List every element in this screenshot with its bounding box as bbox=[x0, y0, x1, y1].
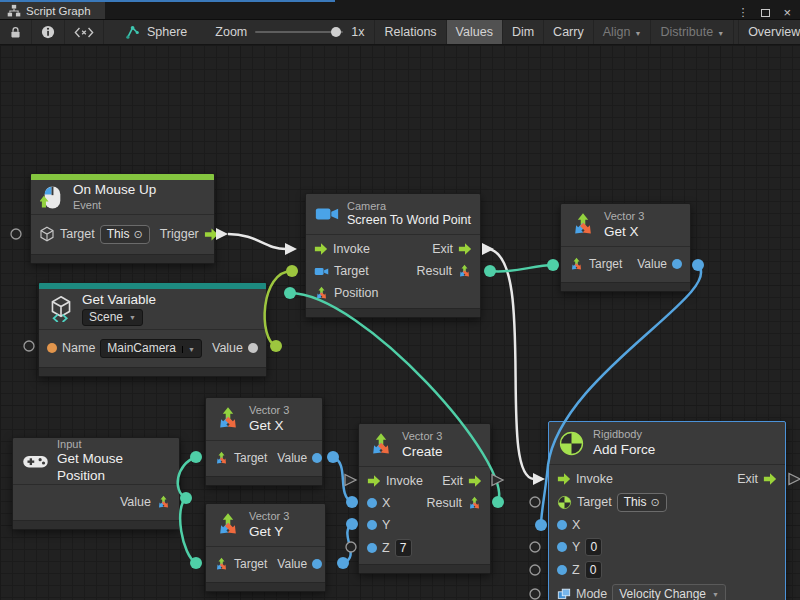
window-menu-icon[interactable]: ⋮ bbox=[737, 6, 748, 19]
flow-arrow-icon[interactable] bbox=[763, 472, 777, 486]
create-y-endpoint[interactable] bbox=[346, 518, 358, 530]
gety-target-endpoint[interactable] bbox=[190, 557, 202, 569]
name-port[interactable] bbox=[47, 343, 57, 353]
node-vector3-get-x-mid[interactable]: Vector 3 Get X Target Value bbox=[205, 397, 323, 486]
z-port[interactable] bbox=[557, 565, 567, 575]
zoom-slider[interactable] bbox=[255, 31, 343, 33]
camera-target-endpoint[interactable] bbox=[286, 265, 298, 277]
wire-trigger-to-invoke[interactable] bbox=[228, 234, 286, 249]
y-port[interactable] bbox=[557, 542, 567, 552]
node-category: Vector 3 bbox=[402, 430, 443, 443]
node-get-mouse-position[interactable]: Input Get Mouse Position Value bbox=[12, 437, 180, 530]
y-port[interactable] bbox=[367, 520, 377, 530]
graph-canvas[interactable]: On Mouse Up Event Target This ⊙ Trigger bbox=[0, 45, 800, 600]
flow-arrow-icon[interactable] bbox=[468, 474, 482, 488]
overview-button[interactable]: Overview bbox=[738, 20, 800, 44]
y-value-field[interactable]: 0 bbox=[585, 538, 602, 556]
value-port[interactable] bbox=[312, 559, 322, 569]
dim-toggle[interactable]: Dim bbox=[503, 20, 544, 44]
lock-button[interactable] bbox=[0, 20, 32, 44]
gety-value-endpoint[interactable] bbox=[337, 557, 349, 569]
addforce-x-endpoint[interactable] bbox=[535, 519, 547, 531]
camera-port-icon[interactable] bbox=[314, 265, 329, 278]
wire-camera-result-to-getx-target[interactable] bbox=[490, 265, 553, 272]
getvariable-name-port-unconnected[interactable] bbox=[24, 341, 34, 351]
mode-dropdown[interactable]: Velocity Change ▼ bbox=[612, 584, 726, 600]
node-screen-to-world-point[interactable]: Camera Screen To World Point Invoke Exit… bbox=[305, 193, 481, 318]
variable-scope-dropdown[interactable]: Scene ▼ bbox=[82, 309, 143, 326]
flow-arrow-icon[interactable] bbox=[367, 474, 381, 488]
flow-arrow-icon[interactable] bbox=[314, 242, 328, 256]
addforce-exit-port-unconnected[interactable] bbox=[789, 474, 800, 485]
enum-icon[interactable] bbox=[557, 587, 571, 600]
z-value-field[interactable]: 7 bbox=[395, 539, 412, 557]
vector3-port-icon[interactable] bbox=[467, 496, 482, 511]
onmouseup-target-port-unconnected[interactable] bbox=[11, 229, 21, 239]
target-self-chip[interactable]: This ⊙ bbox=[617, 493, 667, 512]
vector3-port-icon[interactable] bbox=[214, 557, 229, 572]
mousepos-value-endpoint[interactable] bbox=[180, 492, 192, 504]
relations-toggle[interactable]: Relations bbox=[374, 20, 446, 44]
node-vector3-create[interactable]: Vector 3 Create Invoke Exit X Result bbox=[358, 423, 491, 574]
close-icon[interactable]: × bbox=[783, 6, 791, 19]
node-add-force[interactable]: Rigidbody Add Force Invoke Exit Target T… bbox=[548, 421, 786, 600]
addforce-target-port-unconnected[interactable] bbox=[530, 497, 540, 507]
wire-mousepos-to-gety-target[interactable] bbox=[180, 498, 196, 563]
addforce-y-port-unconnected[interactable] bbox=[530, 542, 540, 552]
node-vector3-get-y[interactable]: Vector 3 Get Y Target Value bbox=[205, 503, 326, 592]
create-invoke-port-unconnected[interactable] bbox=[345, 475, 356, 486]
getx-top-value-endpoint[interactable] bbox=[692, 259, 704, 271]
value-port[interactable] bbox=[312, 453, 322, 463]
target-self-chip[interactable]: This ⊙ bbox=[100, 225, 150, 244]
wire-exit-to-addforce-invoke[interactable] bbox=[488, 249, 534, 479]
vector3-port-icon[interactable] bbox=[314, 286, 329, 301]
camera-position-endpoint[interactable] bbox=[284, 287, 296, 299]
flow-arrow-icon[interactable] bbox=[204, 227, 219, 242]
z-value-field[interactable]: 0 bbox=[585, 561, 602, 579]
wire-mousepos-to-getx-target[interactable] bbox=[178, 457, 196, 498]
value-port[interactable] bbox=[672, 259, 682, 269]
getx-mid-target-endpoint[interactable] bbox=[190, 451, 202, 463]
node-vector3-get-x-top[interactable]: Vector 3 Get X Target Value bbox=[560, 203, 691, 292]
getvariable-value-endpoint[interactable] bbox=[270, 340, 282, 352]
rigidbody-port-icon[interactable] bbox=[557, 495, 572, 510]
value-port[interactable] bbox=[248, 343, 258, 353]
z-port[interactable] bbox=[367, 543, 377, 553]
vector3-port-icon[interactable] bbox=[214, 451, 229, 466]
create-z-port-unconnected[interactable] bbox=[346, 542, 356, 552]
camera-exit-port[interactable] bbox=[482, 243, 494, 255]
addforce-z-port-unconnected[interactable] bbox=[530, 565, 540, 575]
x-port[interactable] bbox=[557, 520, 567, 530]
maximize-icon[interactable] bbox=[761, 9, 770, 17]
inspector-button[interactable] bbox=[32, 20, 65, 44]
node-on-mouse-up[interactable]: On Mouse Up Event Target This ⊙ Trigger bbox=[30, 173, 215, 264]
distribute-menu[interactable]: Distribute▼ bbox=[651, 20, 734, 44]
wire-getx-value-to-create-x[interactable] bbox=[333, 457, 352, 502]
flow-arrow-icon[interactable] bbox=[557, 472, 571, 486]
vector3-port-icon[interactable] bbox=[156, 495, 171, 510]
create-result-endpoint[interactable] bbox=[492, 496, 504, 508]
create-exit-port-unconnected[interactable] bbox=[492, 475, 503, 486]
create-x-endpoint[interactable] bbox=[346, 496, 358, 508]
x-port[interactable] bbox=[367, 498, 377, 508]
zoom-slider-knob[interactable] bbox=[331, 27, 341, 37]
object-picker-icon[interactable]: ⊙ bbox=[133, 228, 142, 241]
graph-owner-breadcrumb[interactable]: Sphere bbox=[120, 20, 193, 44]
wire-variable-to-camera-target[interactable] bbox=[265, 271, 292, 346]
preview-code-button[interactable] bbox=[65, 20, 104, 44]
camera-result-endpoint[interactable] bbox=[484, 265, 496, 277]
object-picker-icon[interactable]: ⊙ bbox=[650, 496, 659, 509]
carry-toggle[interactable]: Carry bbox=[544, 20, 594, 44]
wire-gety-value-to-create-y[interactable] bbox=[343, 524, 352, 563]
tab-script-graph[interactable]: Script Graph bbox=[0, 2, 105, 19]
vector3-port-icon[interactable] bbox=[569, 257, 584, 272]
getx-mid-value-endpoint[interactable] bbox=[327, 451, 339, 463]
values-toggle[interactable]: Values bbox=[447, 20, 503, 44]
flow-arrow-icon[interactable] bbox=[458, 242, 472, 256]
node-get-variable[interactable]: Get Variable Scene ▼ Name MainCamera ▼ bbox=[38, 282, 267, 377]
variable-name-dropdown[interactable]: MainCamera ▼ bbox=[100, 339, 202, 358]
getx-top-target-endpoint[interactable] bbox=[547, 259, 559, 271]
addforce-mode-port-unconnected[interactable] bbox=[530, 589, 540, 599]
vector3-port-icon[interactable] bbox=[457, 264, 472, 279]
align-menu[interactable]: Align▼ bbox=[594, 20, 652, 44]
